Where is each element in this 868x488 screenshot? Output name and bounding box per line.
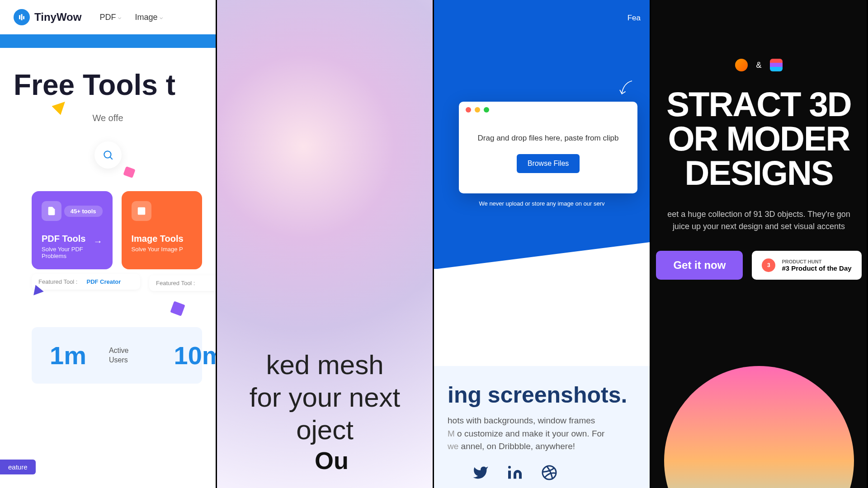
search-icon bbox=[102, 149, 114, 161]
top-nav: Fea bbox=[434, 14, 650, 23]
upload-hero: Fea Drag and drop files here, paste from… bbox=[434, 0, 650, 269]
stats-bar: 1m Active Users 10m bbox=[32, 327, 202, 384]
stat-label: Active Users bbox=[109, 346, 129, 365]
nav-link[interactable]: Fea bbox=[627, 14, 641, 22]
disclaimer-text: We never upload or store any image on ou… bbox=[434, 200, 650, 207]
search-button[interactable] bbox=[94, 141, 122, 169]
arrow-right-icon: → bbox=[94, 236, 103, 247]
pdf-tools-card[interactable]: 45+ tools PDF Tools Solve Your PDF Probl… bbox=[32, 191, 113, 269]
hero-title: Free Tools t bbox=[14, 70, 202, 99]
tool-count-badge: 45+ tools bbox=[64, 206, 103, 217]
svg-rect-1 bbox=[21, 14, 23, 20]
curved-arrow-icon bbox=[616, 77, 636, 101]
section-title: ing screenshots. bbox=[448, 382, 636, 408]
mesh-subtitle: Ou bbox=[315, 447, 349, 474]
featured-label: Featured Tool : bbox=[156, 280, 195, 286]
upload-window: Drag and drop files here, paste from cli… bbox=[459, 102, 637, 193]
featured-tool[interactable]: Featured Tool : bbox=[149, 275, 217, 291]
hero-title: STRACT 3D OR MODER DESIGNS bbox=[651, 87, 867, 190]
stat-number: 10m bbox=[174, 341, 217, 370]
tool-cards: 45+ tools PDF Tools Solve Your PDF Probl… bbox=[0, 178, 216, 269]
featured-link: PDF Creator bbox=[86, 278, 121, 285]
logo[interactable]: TinyWow bbox=[14, 9, 81, 25]
twitter-icon[interactable] bbox=[472, 465, 489, 481]
feature-tab[interactable]: eature bbox=[0, 460, 36, 474]
pdf-icon bbox=[42, 201, 61, 221]
card-title: Image Tools bbox=[132, 234, 193, 244]
dribbble-icon[interactable] bbox=[541, 465, 557, 481]
browse-files-button[interactable]: Browse Files bbox=[517, 154, 580, 173]
featured-label: Featured Tool : bbox=[38, 278, 77, 285]
svg-point-3 bbox=[104, 151, 111, 158]
decor-shape bbox=[170, 301, 185, 316]
svg-rect-5 bbox=[137, 207, 145, 215]
decor-shape bbox=[123, 166, 136, 178]
nav-image[interactable]: Image⌵ bbox=[135, 13, 163, 22]
chevron-down-icon: ⌵ bbox=[160, 14, 163, 20]
image-tools-card[interactable]: Image Tools Solve Your Image P bbox=[122, 191, 203, 269]
ph-label: PRODUCT HUNT bbox=[782, 259, 851, 264]
maximize-dot-icon bbox=[484, 107, 489, 113]
abstract-3d-panel: & STRACT 3D OR MODER DESIGNS eet a huge … bbox=[651, 0, 868, 488]
tinywow-panel: TinyWow PDF⌵ Image⌵ Free Tools t We offe… bbox=[0, 0, 217, 488]
medal-icon: 3 bbox=[762, 258, 775, 272]
ph-rank: #3 Product of the Day bbox=[782, 264, 851, 272]
close-dot-icon bbox=[466, 107, 471, 113]
bottom-section: ing screenshots. hots with backgrounds, … bbox=[434, 366, 650, 488]
figma-icon bbox=[770, 59, 783, 71]
ampersand: & bbox=[756, 61, 761, 70]
logo-text: TinyWow bbox=[34, 11, 81, 23]
mesh-content: ked mesh for your next oject Ou bbox=[217, 349, 433, 474]
mesh-title: ked mesh for your next oject bbox=[226, 349, 424, 446]
window-titlebar bbox=[459, 102, 637, 118]
card-subtitle: Solve Your Image P bbox=[132, 246, 193, 253]
section-text: hots with backgrounds, window frames M o… bbox=[448, 414, 636, 453]
chevron-down-icon: ⌵ bbox=[118, 14, 121, 20]
dropzone-text: Drag and drop files here, paste from cli… bbox=[468, 134, 628, 143]
linkedin-icon[interactable] bbox=[507, 465, 523, 481]
minimize-dot-icon bbox=[475, 107, 480, 113]
tool-icons: & bbox=[651, 59, 867, 71]
hero: Free Tools t We offe bbox=[0, 48, 216, 178]
blender-icon bbox=[735, 59, 748, 71]
nav-pdf[interactable]: PDF⌵ bbox=[99, 13, 121, 22]
image-icon bbox=[132, 201, 151, 221]
decor-3d-blob bbox=[664, 366, 854, 488]
hero-subtitle: We offe bbox=[14, 113, 202, 123]
screenshots-panel: Fea Drag and drop files here, paste from… bbox=[434, 0, 651, 488]
svg-line-4 bbox=[110, 157, 112, 159]
upload-dropzone[interactable]: Drag and drop files here, paste from cli… bbox=[459, 118, 637, 193]
logo-icon bbox=[14, 9, 30, 25]
svg-rect-2 bbox=[23, 16, 24, 19]
ph-text: PRODUCT HUNT #3 Product of the Day bbox=[782, 259, 851, 272]
featured-tool[interactable]: Featured Tool : PDF Creator bbox=[32, 274, 140, 290]
get-it-now-button[interactable]: Get it now bbox=[656, 251, 743, 280]
stat-number: 1m bbox=[50, 341, 86, 370]
card-subtitle: Solve Your PDF Problems bbox=[42, 246, 103, 259]
social-icons bbox=[448, 465, 636, 481]
banner-bar bbox=[0, 34, 216, 48]
product-hunt-badge[interactable]: 3 PRODUCT HUNT #3 Product of the Day bbox=[752, 251, 861, 280]
nav: PDF⌵ Image⌵ bbox=[99, 13, 163, 22]
cta-row: Get it now 3 PRODUCT HUNT #3 Product of … bbox=[651, 251, 867, 280]
hero-description: eet a huge collection of 91 3D objects. … bbox=[660, 208, 858, 233]
header: TinyWow PDF⌵ Image⌵ bbox=[0, 0, 216, 34]
svg-rect-0 bbox=[19, 15, 20, 19]
mesh-gradient-panel: ked mesh for your next oject Ou bbox=[217, 0, 434, 488]
decor-diagonal bbox=[434, 242, 650, 269]
